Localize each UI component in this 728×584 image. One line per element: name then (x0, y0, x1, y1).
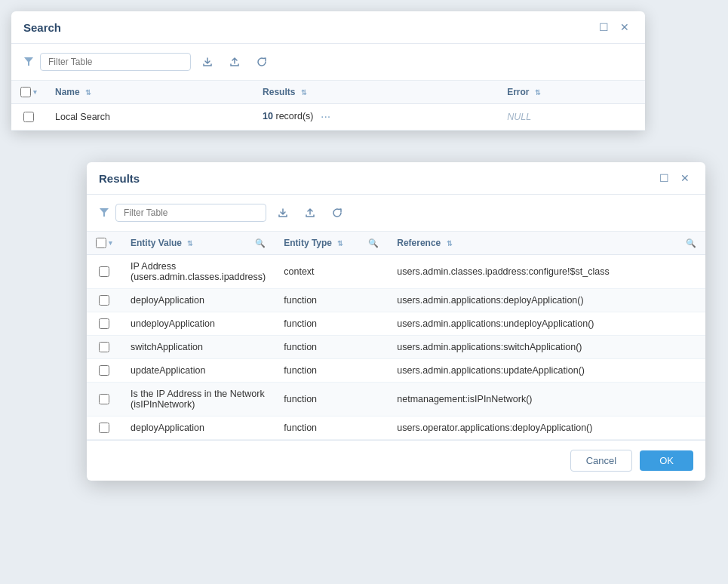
results-table-row: switchApplication function users.admin.a… (87, 336, 705, 359)
results-row-reference: users.admin.applications:switchApplicati… (388, 336, 705, 359)
results-select-all-header[interactable]: ▾ (87, 232, 121, 255)
search-dialog-header-actions: ☐ ✕ (595, 19, 633, 35)
results-row-checkbox-cell[interactable] (87, 416, 121, 440)
results-row-entity-type: context (275, 255, 388, 289)
results-dialog-header: Results ☐ ✕ (87, 162, 705, 195)
results-row-checkbox[interactable] (99, 423, 109, 433)
search-dialog: Search ☐ ✕ (11, 11, 645, 131)
results-row-entity-value: IP Address (users.admin.classes.ipaddres… (121, 255, 275, 289)
results-row-reference: users.admin.classes.ipaddress:configure!… (388, 255, 705, 289)
results-select-all-checkbox[interactable] (96, 238, 106, 248)
entity-value-sort-icon: ⇅ (187, 240, 193, 247)
results-row-checkbox-cell[interactable] (87, 312, 121, 336)
results-row-checkbox[interactable] (99, 394, 109, 404)
search-row-checkbox-cell[interactable] (11, 104, 46, 131)
results-row-checkbox-cell[interactable] (87, 289, 121, 312)
search-table-container: ▾ Name ⇅ Results ⇅ Error ⇅ (11, 81, 645, 131)
results-row-checkbox[interactable] (99, 342, 109, 352)
results-row-entity-value: switchApplication (121, 336, 275, 359)
results-table-row: updateApplication function users.admin.a… (87, 359, 705, 383)
entity-type-sort-icon: ⇅ (337, 240, 343, 247)
results-row-checkbox-cell[interactable] (87, 359, 121, 383)
cancel-button[interactable]: Cancel (570, 450, 632, 472)
results-row-checkbox[interactable] (99, 266, 109, 277)
search-dialog-minimize-button[interactable]: ☐ (595, 19, 612, 35)
search-select-all-checkbox[interactable] (20, 87, 31, 97)
results-row-entity-value: undeployApplication (121, 312, 275, 336)
results-table-row: IP Address (users.admin.classes.ipaddres… (87, 255, 705, 289)
results-dialog-minimize-button[interactable]: ☐ (656, 170, 672, 186)
search-row-results-dots[interactable]: ··· (321, 110, 330, 123)
results-entity-type-col-header[interactable]: Entity Type ⇅ 🔍 (275, 232, 388, 255)
search-dialog-title: Search (23, 21, 61, 34)
search-filter-input[interactable] (40, 53, 191, 71)
results-dialog-close-button[interactable]: ✕ (677, 170, 693, 186)
results-table-row: undeployApplication function users.admin… (87, 312, 705, 336)
entity-value-search-icon[interactable]: 🔍 (255, 238, 266, 248)
search-results-sort-icon: ⇅ (301, 89, 307, 97)
results-download-button[interactable] (272, 202, 293, 223)
search-dialog-header: Search ☐ ✕ (11, 11, 645, 44)
results-table-container: ▾ Entity Value ⇅ 🔍 (87, 232, 705, 440)
search-row-name: Local Search (46, 104, 253, 131)
results-row-entity-value: updateApplication (121, 359, 275, 383)
results-row-checkbox[interactable] (99, 295, 109, 306)
results-row-entity-type: function (275, 416, 388, 440)
search-dialog-toolbar (11, 44, 645, 81)
results-filter-icon-button[interactable] (99, 207, 109, 220)
search-refresh-button[interactable] (251, 51, 272, 72)
results-row-entity-type: function (275, 289, 388, 312)
results-dialog-title: Results (99, 172, 140, 185)
reference-sort-icon: ⇅ (447, 240, 453, 247)
results-row-reference: users.operator.applications:deployApplic… (388, 416, 705, 440)
results-row-entity-type: function (275, 359, 388, 383)
results-dialog: Results ☐ ✕ (87, 162, 705, 481)
svg-marker-0 (24, 57, 33, 66)
results-footer: Cancel OK (87, 440, 705, 481)
search-download-button[interactable] (197, 51, 218, 72)
entity-type-search-icon[interactable]: 🔍 (368, 238, 379, 248)
results-reference-col-header[interactable]: Reference ⇅ 🔍 (388, 232, 705, 255)
results-row-checkbox-cell[interactable] (87, 255, 121, 289)
results-row-reference: users.admin.applications:undeployApplica… (388, 312, 705, 336)
results-row-checkbox-cell[interactable] (87, 383, 121, 416)
results-row-checkbox[interactable] (99, 318, 109, 329)
results-table-row: deployApplication function users.admin.a… (87, 289, 705, 312)
results-row-checkbox[interactable] (99, 365, 109, 376)
results-table-row: Is the IP Address in the Network (isIPIn… (87, 383, 705, 416)
results-entity-value-col-header[interactable]: Entity Value ⇅ 🔍 (121, 232, 275, 255)
results-row-entity-value: deployApplication (121, 416, 275, 440)
results-refresh-button[interactable] (327, 202, 348, 223)
search-table-row: Local Search 10 record(s) ··· NULL (11, 104, 645, 131)
search-table: ▾ Name ⇅ Results ⇅ Error ⇅ (11, 81, 645, 131)
search-row-error: NULL (498, 104, 645, 131)
search-name-col-header[interactable]: Name ⇅ (46, 81, 253, 104)
results-row-entity-value: Is the IP Address in the Network (isIPIn… (121, 383, 275, 416)
results-checkbox-chevron[interactable]: ▾ (109, 239, 112, 247)
results-table-row: deployApplication function users.operato… (87, 416, 705, 440)
search-error-col-header[interactable]: Error ⇅ (498, 81, 645, 104)
results-row-reference: users.admin.applications:deployApplicati… (388, 289, 705, 312)
search-upload-button[interactable] (224, 51, 245, 72)
results-row-reference: users.admin.applications:updateApplicati… (388, 359, 705, 383)
results-dialog-toolbar (87, 195, 705, 232)
results-row-checkbox-cell[interactable] (87, 336, 121, 359)
search-dialog-close-button[interactable]: ✕ (616, 19, 633, 35)
search-name-sort-icon: ⇅ (85, 89, 91, 97)
search-row-checkbox[interactable] (23, 112, 34, 122)
search-results-col-header[interactable]: Results ⇅ (253, 81, 498, 104)
results-row-reference: netmanagement:isIPInNetwork() (388, 383, 705, 416)
results-dialog-header-actions: ☐ ✕ (656, 170, 693, 186)
results-row-entity-type: function (275, 312, 388, 336)
search-select-all-header[interactable]: ▾ (11, 81, 46, 104)
search-error-sort-icon: ⇅ (535, 89, 541, 97)
results-row-entity-type: function (275, 336, 388, 359)
search-checkbox-chevron[interactable]: ▾ (33, 88, 37, 96)
results-upload-button[interactable] (299, 202, 321, 223)
reference-search-icon[interactable]: 🔍 (686, 238, 696, 248)
search-filter-icon-button[interactable] (23, 56, 34, 69)
ok-button[interactable]: OK (640, 450, 693, 471)
results-filter-input[interactable] (115, 204, 266, 222)
results-row-entity-type: function (275, 383, 388, 416)
results-table: ▾ Entity Value ⇅ 🔍 (87, 232, 705, 440)
